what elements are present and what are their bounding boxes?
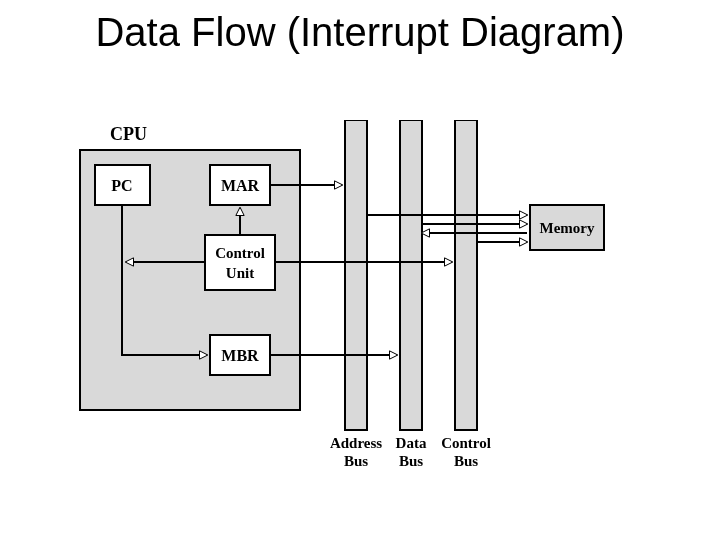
control-unit-label-line2: Unit — [226, 265, 254, 281]
mbr-block: MBR — [210, 335, 270, 375]
svg-rect-5 — [345, 120, 367, 430]
cpu-label: CPU — [110, 124, 147, 144]
mbr-label: MBR — [221, 347, 259, 364]
data-bus-label-line2: Bus — [399, 453, 423, 469]
memory-label: Memory — [540, 220, 595, 236]
svg-rect-3 — [205, 235, 275, 290]
pc-label: PC — [111, 177, 132, 194]
control-bus-label-line2: Bus — [454, 453, 478, 469]
address-bus-label-line1: Address — [330, 435, 382, 451]
interrupt-data-flow-diagram: CPU PC MAR Control Unit MBR Address Bus — [60, 120, 620, 520]
pc-block: PC — [95, 165, 150, 205]
control-bus: Control Bus — [441, 120, 491, 469]
page-title: Data Flow (Interrupt Diagram) — [0, 10, 720, 55]
memory-block: Memory — [530, 205, 604, 250]
control-unit-label-line1: Control — [215, 245, 265, 261]
control-bus-label-line1: Control — [441, 435, 491, 451]
address-bus: Address Bus — [330, 120, 382, 469]
data-bus-label-line1: Data — [396, 435, 427, 451]
svg-rect-6 — [400, 120, 422, 430]
address-bus-label-line2: Bus — [344, 453, 368, 469]
mar-block: MAR — [210, 165, 270, 205]
control-unit-block: Control Unit — [205, 235, 275, 290]
svg-rect-7 — [455, 120, 477, 430]
data-bus: Data Bus — [396, 120, 427, 469]
mar-label: MAR — [221, 177, 260, 194]
